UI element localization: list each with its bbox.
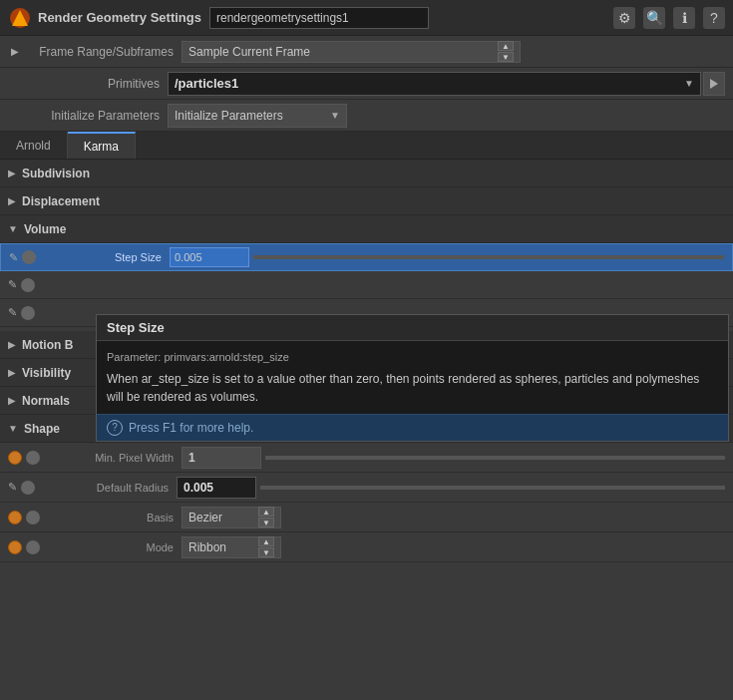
primitives-field[interactable]: /particles1 ▼ [168,72,701,96]
min-pixel-width-value[interactable]: 1 [182,447,261,469]
step-expand[interactable] [22,250,36,264]
default-radius-row: ✎ Default Radius 0.005 [0,473,733,503]
tab-karma[interactable]: Karma [68,132,136,159]
init-params-dropdown[interactable]: Initialize Parameters ▼ [168,104,347,128]
tab-arnold[interactable]: Arnold [0,132,68,159]
visibility-toggle-icon: ▶ [8,367,16,378]
mode-spin-up[interactable]: ▲ [258,536,274,546]
tooltip-help-text: Press F1 for more help. [129,421,253,435]
title-bar: Render Geometry Settings ⚙ 🔍 ℹ ? [0,0,733,36]
search-icon[interactable]: 🔍 [643,7,665,29]
frame-range-value: Sample Current Frame [188,45,310,59]
spin-up[interactable]: ▲ [498,41,514,51]
volume-toggle-icon: ▼ [8,223,18,234]
section-volume[interactable]: ▼ Volume [0,215,733,243]
gear-icon[interactable]: ⚙ [613,7,635,29]
tab-arnold-label: Arnold [16,139,51,153]
normals-title: Normals [22,394,70,408]
min-pixel-width-number: 1 [188,451,195,465]
default-radius-value[interactable]: 0.005 [177,477,256,499]
mode-indicator[interactable] [8,540,22,554]
basis-indicator[interactable] [8,511,22,525]
vol-expand-3[interactable] [21,306,35,320]
visibility-title: Visibility [22,366,71,380]
min-pixel-width-row: Min. Pixel Width 1 [0,443,733,473]
volume-title: Volume [24,222,66,236]
section-displacement[interactable]: ▶ Displacement [0,187,733,215]
basis-spin-down[interactable]: ▼ [258,518,274,527]
displacement-title: Displacement [22,194,100,208]
vol-expand-2[interactable] [21,278,35,292]
tooltip-help-bar[interactable]: ? Press F1 for more help. [97,414,728,441]
frame-range-spinner[interactable]: ▲ ▼ [498,41,514,62]
pencil-icon-3: ✎ [8,306,17,319]
pencil-icon-radius: ✎ [8,481,17,494]
tab-karma-label: Karma [84,140,119,154]
tooltip-title: Step Size [97,315,728,341]
step-size-slider[interactable] [253,255,724,259]
tooltip-description: When ar_step_size is set to a value othe… [107,370,718,406]
motion-blur-title: Motion B [22,338,73,352]
help-icon[interactable]: ? [703,7,725,29]
tooltip-overlay: Step Size Parameter: primvars:arnold:ste… [96,314,729,442]
min-pixel-width-slider[interactable] [265,456,725,460]
frame-range-row: ▶ Frame Range/Subframes Sample Current F… [0,36,733,68]
frame-range-dropdown[interactable]: Sample Current Frame ▲ ▼ [182,41,521,63]
mode-value: Ribbon [188,540,226,554]
displacement-toggle-icon: ▶ [8,195,16,206]
subdivision-toggle-icon: ▶ [8,168,16,178]
step-size-label: Step Size [40,251,170,263]
min-pixel-width-label: Min. Pixel Width [44,452,182,464]
app-logo [8,6,32,30]
min-pixel-width-indicator[interactable] [8,451,22,465]
mode-label: Mode [44,541,182,553]
tooltip-help-icon: ? [107,420,123,436]
mode-spin-down[interactable]: ▼ [258,547,274,557]
normals-toggle-icon: ▶ [8,395,16,406]
default-radius-number: 0.005 [183,481,213,495]
step-size-row: ✎ Step Size 0.005 [0,243,733,271]
step-size-value[interactable]: 0.005 [170,247,249,267]
section-subdivision[interactable]: ▶ Subdivision [0,160,733,187]
mode-spinner[interactable]: ▲ ▼ [258,536,274,557]
min-pixel-expand[interactable] [26,451,40,465]
basis-dropdown[interactable]: Bezier ▲ ▼ [182,507,281,528]
radius-expand[interactable] [21,481,35,495]
shape-toggle-icon: ▼ [8,423,18,434]
basis-spin-up[interactable]: ▲ [258,507,274,517]
frame-range-label: Frame Range/Subframes [22,45,182,59]
primitives-label: Primitives [8,77,168,91]
basis-label: Basis [44,512,182,524]
primitives-value: /particles1 [175,76,238,91]
basis-row: Basis Bezier ▲ ▼ [0,503,733,532]
basis-spinner[interactable]: ▲ ▼ [258,507,274,527]
basis-value: Bezier [188,511,222,525]
mode-expand[interactable] [26,540,40,554]
tooltip-body: Parameter: primvars:arnold:step_size Whe… [97,341,728,414]
arrow-right-icon [710,79,718,89]
pencil-icon-step: ✎ [9,251,18,264]
primitives-navigate-button[interactable] [703,72,725,96]
pencil-icon-2: ✎ [8,278,17,291]
vol-row-2: ✎ [0,271,733,299]
node-name-input[interactable] [209,7,429,29]
app-title: Render Geometry Settings [38,10,201,25]
default-radius-slider[interactable] [260,486,725,490]
motion-blur-toggle-icon: ▶ [8,339,16,350]
mode-dropdown[interactable]: Ribbon ▲ ▼ [182,536,281,558]
shape-fields: Min. Pixel Width 1 ✎ Default Radius 0.00… [0,443,733,562]
dropdown-arrow-icon: ▼ [684,78,694,89]
dropdown-arrow-icon: ▼ [330,110,340,121]
mode-row: Mode Ribbon ▲ ▼ [0,532,733,562]
init-params-row: Initialize Parameters Initialize Paramet… [0,100,733,132]
primitives-row: Primitives /particles1 ▼ [0,68,733,100]
frame-range-expand[interactable]: ▶ [8,45,22,59]
tabs-bar: Arnold Karma [0,132,733,160]
info-icon[interactable]: ℹ [673,7,695,29]
spin-down[interactable]: ▼ [498,52,514,62]
title-bar-icons: ⚙ 🔍 ℹ ? [613,7,725,29]
default-radius-label: Default Radius [39,482,177,494]
step-size-number: 0.005 [175,251,202,263]
basis-expand[interactable] [26,511,40,525]
init-params-label: Initialize Parameters [8,109,168,123]
